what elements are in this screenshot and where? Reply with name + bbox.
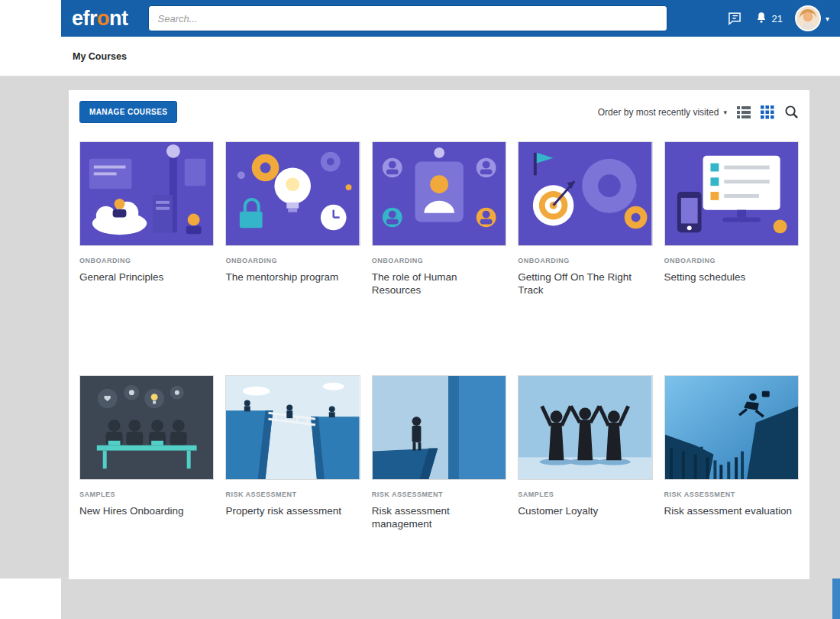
- course-thumbnail[interactable]: [372, 141, 506, 246]
- bottom-left-corner: [0, 578, 61, 619]
- course-card[interactable]: SAMPLES Customer Loyalty: [518, 375, 652, 579]
- bell-icon: [754, 11, 768, 27]
- course-title[interactable]: Setting schedules: [664, 271, 799, 284]
- courses-grid: ONBOARDING General Principles: [69, 123, 809, 579]
- courses-panel: MANAGE COURSES Order by most recently vi…: [69, 90, 809, 579]
- course-card[interactable]: RISK ASSESSMENT Risk assessment manageme…: [372, 375, 506, 579]
- course-illustration: [519, 376, 651, 479]
- logo-o-gear: o: [97, 7, 109, 30]
- course-illustration: [80, 376, 213, 479]
- breadcrumb-bar: My Courses: [0, 37, 840, 76]
- chevron-down-icon[interactable]: ▾: [825, 15, 829, 23]
- course-title[interactable]: Risk assessment management: [372, 505, 506, 531]
- course-category: ONBOARDING: [664, 257, 799, 264]
- course-thumbnail[interactable]: [664, 375, 799, 480]
- course-category: ONBOARDING: [372, 257, 506, 264]
- manage-courses-button[interactable]: MANAGE COURSES: [79, 101, 177, 123]
- course-illustration: [226, 376, 359, 479]
- efront-logo[interactable]: efront: [72, 7, 128, 31]
- course-card[interactable]: SAMPLES New Hires Onboarding: [79, 375, 214, 579]
- vertical-scrollbar-thumb[interactable]: [832, 578, 840, 619]
- course-category: RISK ASSESSMENT: [225, 491, 360, 498]
- course-illustration: [226, 142, 359, 245]
- course-card[interactable]: ONBOARDING General Principles: [79, 141, 214, 360]
- user-menu[interactable]: ▾: [795, 5, 829, 31]
- course-title[interactable]: Property risk assessment: [225, 505, 360, 518]
- page-title: My Courses: [73, 51, 127, 62]
- topbar-actions: 21 ▾: [727, 5, 830, 31]
- notification-count: 21: [772, 13, 783, 24]
- course-illustration: [80, 142, 213, 245]
- course-category: ONBOARDING: [79, 257, 214, 264]
- grid-view-icon[interactable]: [761, 105, 774, 119]
- notifications[interactable]: 21: [754, 11, 783, 27]
- order-by-label: Order by most recently visited: [598, 107, 719, 118]
- course-title[interactable]: The mentorship program: [225, 271, 360, 284]
- course-thumbnail[interactable]: [225, 375, 360, 480]
- courses-toolbar: MANAGE COURSES Order by most recently vi…: [69, 90, 809, 123]
- search-input[interactable]: [148, 5, 667, 31]
- course-card[interactable]: ONBOARDING The mentorship program: [225, 141, 360, 360]
- course-illustration: [519, 142, 651, 245]
- chevron-down-icon: ▾: [723, 109, 727, 116]
- toolbar-controls: Order by most recently visited ▾: [598, 105, 799, 119]
- logo-text: efr: [72, 7, 97, 30]
- course-category: RISK ASSESSMENT: [664, 491, 799, 498]
- course-illustration: [373, 376, 506, 479]
- course-category: RISK ASSESSMENT: [372, 491, 506, 498]
- course-title[interactable]: The role of Human Resources: [372, 271, 506, 297]
- course-card[interactable]: RISK ASSESSMENT Property risk assessment: [225, 375, 360, 579]
- course-card[interactable]: RISK ASSESSMENT Risk assessment evaluati…: [664, 375, 799, 579]
- course-title[interactable]: Risk assessment evaluation: [664, 505, 799, 518]
- search-icon[interactable]: [784, 105, 799, 119]
- course-thumbnail[interactable]: [664, 141, 799, 246]
- messages-icon[interactable]: [727, 11, 742, 26]
- course-illustration: [665, 142, 798, 245]
- course-category: ONBOARDING: [225, 257, 360, 264]
- order-by-dropdown[interactable]: Order by most recently visited ▾: [598, 107, 727, 118]
- course-category: ONBOARDING: [518, 257, 652, 264]
- course-category: SAMPLES: [79, 491, 214, 498]
- course-thumbnail[interactable]: [225, 141, 360, 246]
- course-thumbnail[interactable]: [518, 375, 652, 480]
- logo-text-end: nt: [109, 7, 128, 30]
- course-title[interactable]: Getting Off On The Right Track: [518, 271, 652, 297]
- top-bar: efront 21 ▾: [61, 0, 840, 37]
- course-card[interactable]: ONBOARDING Setting schedules: [664, 141, 799, 360]
- course-title[interactable]: General Principles: [79, 271, 214, 284]
- course-category: SAMPLES: [518, 491, 652, 498]
- main-background: MANAGE COURSES Order by most recently vi…: [0, 76, 840, 619]
- course-title[interactable]: New Hires Onboarding: [79, 505, 214, 518]
- course-thumbnail[interactable]: [79, 141, 214, 246]
- page: efront 21 ▾ My Courses: [0, 0, 840, 619]
- course-title[interactable]: Customer Loyalty: [518, 505, 652, 518]
- avatar[interactable]: [795, 5, 821, 31]
- course-thumbnail[interactable]: [79, 375, 214, 480]
- course-thumbnail[interactable]: [518, 141, 652, 246]
- course-illustration: [373, 142, 506, 245]
- course-card[interactable]: ONBOARDING The role of Human Resources: [372, 141, 506, 360]
- list-view-icon[interactable]: [737, 106, 751, 118]
- course-thumbnail[interactable]: [372, 375, 506, 480]
- course-illustration: [665, 376, 798, 479]
- course-card[interactable]: ONBOARDING Getting Off On The Right Trac…: [518, 141, 652, 360]
